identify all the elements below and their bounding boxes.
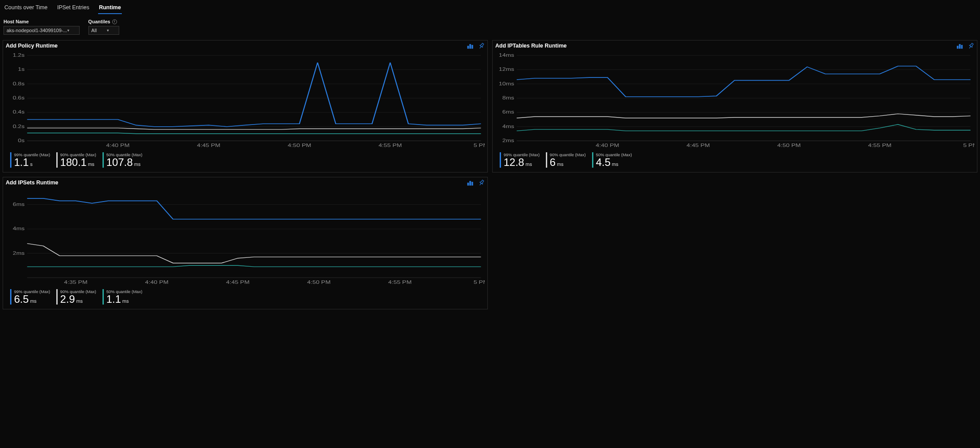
svg-rect-24 [959, 44, 960, 48]
tab-ipset-entries[interactable]: IPSet Entries [56, 3, 90, 14]
svg-text:4:40 PM: 4:40 PM [106, 143, 129, 148]
legend-unit: s [30, 162, 33, 167]
legend-unit: ms [612, 162, 618, 167]
filter-quantiles: Quantiles i All ▾ [88, 19, 119, 35]
legend-value: 6 [550, 157, 556, 168]
card-actions [956, 42, 974, 49]
card-title: Add Policy Runtime [6, 43, 58, 49]
chevron-down-icon: ▾ [107, 28, 109, 33]
svg-rect-1 [469, 44, 471, 48]
hostname-select-value: aks-nodepool1-34099109-... [7, 28, 67, 33]
filter-hostname: Host Name aks-nodepool1-34099109-... ▾ [4, 19, 80, 35]
svg-rect-2 [472, 45, 473, 48]
legend-item-q90[interactable]: 90% quantile (Max) 180.1 ms [56, 152, 96, 168]
svg-text:1s: 1s [18, 67, 25, 72]
svg-text:8ms: 8ms [502, 95, 514, 100]
svg-text:4:55 PM: 4:55 PM [388, 280, 412, 285]
svg-text:5 PM: 5 PM [963, 143, 974, 148]
view-logs-icon[interactable] [466, 42, 473, 49]
legend-value: 12.8 [504, 157, 524, 168]
legend-item-q90[interactable]: 90% quantile (Max) 6 ms [546, 152, 586, 168]
legend-unit: ms [134, 162, 141, 167]
card-title: Add IPSets Runtime [6, 180, 58, 186]
tab-runtime[interactable]: Runtime [98, 3, 122, 14]
svg-text:4:35 PM: 4:35 PM [64, 280, 88, 285]
card-actions [466, 42, 485, 49]
legend-value: 2.9 [60, 294, 75, 305]
view-logs-icon[interactable] [466, 179, 473, 186]
legend-unit: ms [526, 162, 532, 167]
svg-text:0.6s: 0.6s [13, 95, 25, 100]
filter-hostname-label: Host Name [4, 19, 80, 24]
view-logs-icon[interactable] [956, 42, 963, 49]
svg-rect-47 [469, 181, 471, 185]
info-icon[interactable]: i [112, 19, 117, 24]
filter-bar: Host Name aks-nodepool1-34099109-... ▾ Q… [0, 15, 980, 40]
legend-unit: ms [76, 298, 83, 304]
svg-text:5 PM: 5 PM [474, 143, 485, 148]
tab-bar: Counts over Time IPSet Entries Runtime [0, 0, 980, 15]
legend-value: 1.1 [106, 294, 121, 305]
legend-value: 1.1 [14, 157, 29, 168]
legend-unit: ms [557, 162, 563, 167]
legend-value: 107.8 [106, 157, 133, 168]
legend-item-q99[interactable]: 99% quantile (Max) 12.8 ms [500, 152, 540, 168]
svg-text:4:45 PM: 4:45 PM [687, 143, 710, 148]
chevron-down-icon: ▾ [67, 28, 69, 33]
svg-text:4:55 PM: 4:55 PM [868, 143, 891, 148]
legend-item-q99[interactable]: 99% quantile (Max) 6.5 ms [10, 289, 50, 305]
legend-item-q50[interactable]: 50% quantile (Max) 107.8 ms [102, 152, 143, 168]
svg-rect-0 [467, 46, 468, 48]
chart-grid: Add Policy Runtime 0s0.2s0.4s0.6s0.8s1s1… [0, 40, 980, 314]
chart-area[interactable]: 2ms4ms6ms8ms10ms12ms14ms4:40 PM4:45 PM4:… [493, 51, 977, 151]
legend: 99% quantile (Max) 1.1 s 90% quantile (M… [3, 151, 487, 172]
quantiles-select-value: All [91, 28, 97, 33]
hostname-select[interactable]: aks-nodepool1-34099109-... ▾ [4, 26, 80, 35]
legend-value: 4.5 [596, 157, 611, 168]
pin-icon[interactable] [478, 42, 485, 49]
pin-icon[interactable] [967, 42, 974, 49]
svg-rect-48 [472, 182, 473, 185]
svg-text:0.4s: 0.4s [13, 110, 25, 114]
legend-item-q99[interactable]: 99% quantile (Max) 1.1 s [10, 152, 50, 168]
svg-text:4:45 PM: 4:45 PM [197, 143, 220, 148]
pin-icon[interactable] [478, 179, 485, 186]
svg-text:5 PM: 5 PM [474, 280, 485, 285]
svg-text:4:45 PM: 4:45 PM [226, 280, 249, 285]
chart-area[interactable]: 0s0.2s0.4s0.6s0.8s1s1.2s4:40 PM4:45 PM4:… [3, 51, 487, 151]
svg-text:4ms: 4ms [13, 226, 25, 231]
legend: 99% quantile (Max) 6.5 ms 90% quantile (… [3, 287, 487, 309]
svg-text:0.2s: 0.2s [13, 124, 25, 129]
svg-text:4:50 PM: 4:50 PM [777, 143, 801, 148]
legend-value: 6.5 [14, 294, 29, 305]
card-add-ipsets: Add IPSets Runtime 2ms4ms6ms4:35 PM4:40 … [3, 177, 488, 309]
card-add-policy: Add Policy Runtime 0s0.2s0.4s0.6s0.8s1s1… [3, 40, 488, 173]
card-actions [466, 179, 485, 186]
legend-unit: ms [88, 162, 95, 167]
svg-text:2ms: 2ms [502, 138, 514, 143]
chart-area[interactable]: 2ms4ms6ms4:35 PM4:40 PM4:45 PM4:50 PM4:5… [3, 188, 487, 287]
svg-text:0s: 0s [18, 138, 25, 143]
svg-text:10ms: 10ms [499, 81, 514, 86]
svg-text:4:50 PM: 4:50 PM [307, 280, 330, 285]
svg-text:4ms: 4ms [502, 124, 514, 129]
quantiles-select[interactable]: All ▾ [88, 26, 119, 35]
legend-item-q50[interactable]: 50% quantile (Max) 4.5 ms [592, 152, 632, 168]
legend-value: 180.1 [60, 157, 87, 168]
svg-text:0.8s: 0.8s [13, 81, 25, 86]
legend-unit: ms [30, 298, 37, 304]
legend-item-q90[interactable]: 90% quantile (Max) 2.9 ms [56, 289, 96, 305]
legend: 99% quantile (Max) 12.8 ms 90% quantile … [493, 151, 977, 172]
svg-text:1.2s: 1.2s [13, 53, 25, 58]
svg-text:4:50 PM: 4:50 PM [288, 143, 311, 148]
svg-text:12ms: 12ms [499, 67, 514, 72]
tab-counts-over-time[interactable]: Counts over Time [4, 3, 48, 14]
svg-text:4:40 PM: 4:40 PM [596, 143, 619, 148]
svg-text:6ms: 6ms [13, 202, 25, 207]
svg-text:14ms: 14ms [499, 53, 514, 58]
svg-text:4:55 PM: 4:55 PM [378, 143, 402, 148]
legend-item-q50[interactable]: 50% quantile (Max) 1.1 ms [102, 289, 143, 305]
svg-rect-46 [467, 183, 468, 185]
card-add-iptables: Add IPTables Rule Runtime 2ms4ms6ms8ms10… [492, 40, 977, 173]
legend-unit: ms [122, 298, 129, 304]
